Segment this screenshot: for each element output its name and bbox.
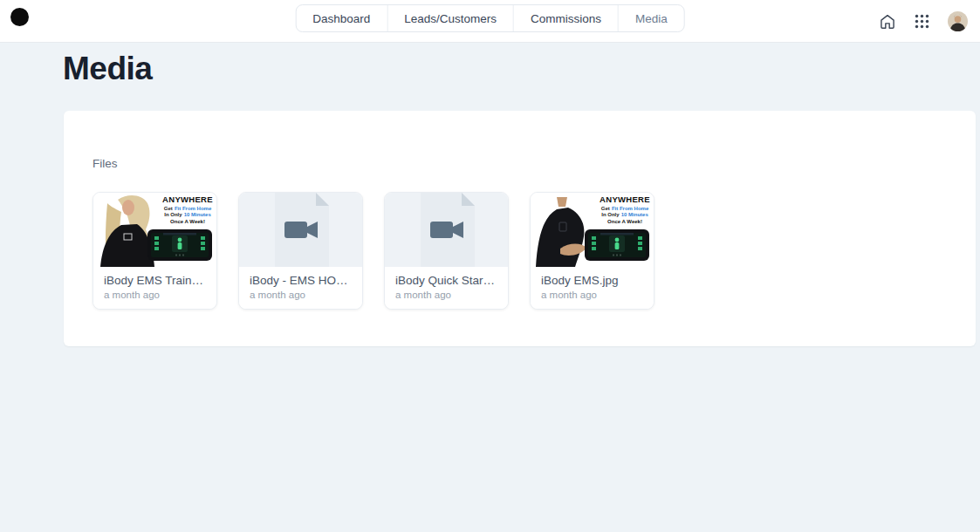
main-nav-tabs: Dashboard Leads/Customers Commissions Me… <box>295 4 685 32</box>
app-logo[interactable] <box>10 8 29 26</box>
main-content: Media Files BODY TIME A <box>0 51 980 346</box>
file-name: iBody Quick Start.mp4 <box>395 274 497 287</box>
svg-text:GetFit From Home: GetFit From Home <box>601 206 649 211</box>
tab-media[interactable]: Media <box>618 5 684 31</box>
file-name: iBody EMS Training.jpg <box>104 274 206 287</box>
file-name: iBody EMS.jpg <box>541 274 643 287</box>
video-file-thumbnail <box>239 193 362 267</box>
media-card-ibody-ems-training[interactable]: BODY TIME ANYWHERE GetFit From Home In O… <box>93 192 217 310</box>
file-time: a month ago <box>541 290 643 300</box>
ad-headline: ANYWHERE <box>162 194 213 204</box>
files-panel: Files BODY TIME ANYWHERE <box>64 111 976 346</box>
tab-leads-customers[interactable]: Leads/Customers <box>387 5 513 31</box>
video-file-thumbnail <box>385 193 508 267</box>
image-thumbnail-man: BODY TIME ANYWHERE GetFit From Home In O… <box>531 193 654 267</box>
files-section-label: Files <box>93 157 976 170</box>
image-thumbnail-woman: BODY TIME ANYWHERE GetFit From Home In O… <box>93 193 216 267</box>
card-footer: iBody EMS.jpg a month ago <box>531 267 654 309</box>
svg-text:GetFit From Home: GetFit From Home <box>164 206 212 211</box>
media-card-ibody-quick-start[interactable]: iBody Quick Start.mp4 a month ago <box>384 192 509 310</box>
tab-commissions[interactable]: Commissions <box>513 5 618 31</box>
card-footer: iBody EMS Training.jpg a month ago <box>93 267 216 309</box>
media-card-ibody-ems-home[interactable]: iBody - EMS HOME ... a month ago <box>238 192 363 310</box>
apps-grid-icon[interactable] <box>915 14 929 29</box>
top-navigation-bar: Dashboard Leads/Customers Commissions Me… <box>0 0 980 43</box>
media-card-ibody-ems[interactable]: BODY TIME ANYWHERE GetFit From Home In O… <box>530 192 654 310</box>
ad-headline: ANYWHERE <box>600 194 650 204</box>
svg-text:In Only10 Minutes: In Only10 Minutes <box>164 212 211 217</box>
file-time: a month ago <box>250 290 352 300</box>
topbar-actions <box>879 0 968 43</box>
card-footer: iBody Quick Start.mp4 a month ago <box>385 267 508 309</box>
tab-dashboard[interactable]: Dashboard <box>296 5 387 31</box>
svg-text:In Only10 Minutes: In Only10 Minutes <box>601 212 648 217</box>
svg-text:Once A Week!: Once A Week! <box>607 219 642 224</box>
file-time: a month ago <box>104 290 206 300</box>
page-title: Media <box>63 51 980 87</box>
card-footer: iBody - EMS HOME ... a month ago <box>239 267 362 309</box>
svg-text:Once A Week!: Once A Week! <box>170 219 205 224</box>
home-icon[interactable] <box>879 13 896 31</box>
media-cards-row: BODY TIME ANYWHERE GetFit From Home In O… <box>93 192 976 310</box>
file-time: a month ago <box>395 290 497 300</box>
user-avatar[interactable] <box>948 11 968 31</box>
file-name: iBody - EMS HOME ... <box>250 274 352 287</box>
